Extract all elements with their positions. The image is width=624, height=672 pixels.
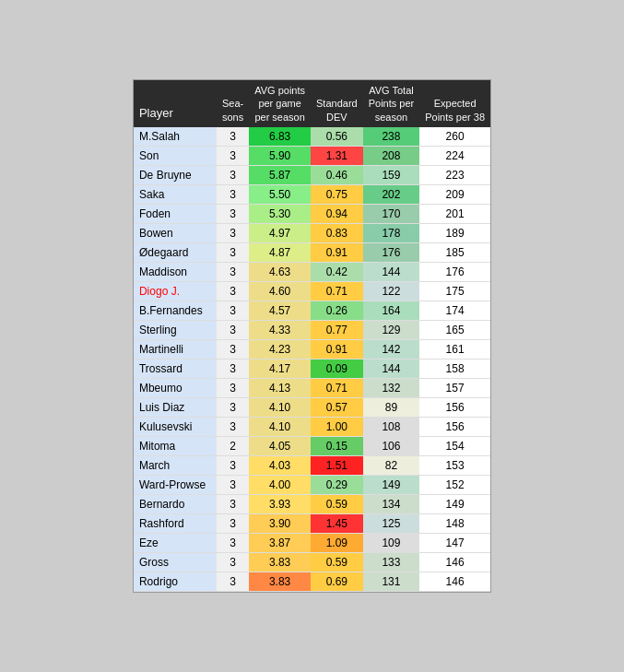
- expected-value: 156: [419, 397, 490, 417]
- player-name: Mitoma: [134, 436, 217, 455]
- table-row: Ward-Prowse 3 4.00 0.29 149 152: [134, 475, 490, 494]
- player-name: Sterling: [134, 320, 217, 339]
- expected-value: 209: [419, 184, 490, 204]
- avg-value: 3.93: [249, 494, 311, 513]
- player-name: Saka: [134, 184, 217, 204]
- stats-table: Player Sea-sons AVG pointsper gameper se…: [134, 80, 490, 592]
- avg-value: 4.10: [249, 397, 311, 417]
- player-name: Ward-Prowse: [134, 475, 217, 494]
- col-player-header: Player: [134, 80, 217, 127]
- table-row: M.Salah 3 6.83 0.56 238 260: [134, 127, 490, 147]
- total-value: 142: [363, 339, 420, 359]
- seasons-value: 3: [217, 242, 249, 262]
- avg-value: 3.90: [249, 513, 311, 533]
- table-row: Ødegaard 3 4.87 0.91 176 185: [134, 242, 490, 262]
- expected-value: 224: [419, 146, 490, 165]
- col-avg-header: AVG pointsper gameper season: [249, 80, 311, 127]
- player-name: Foden: [134, 204, 217, 223]
- expected-value: 201: [419, 204, 490, 223]
- table-row: Bowen 3 4.97 0.83 178 189: [134, 223, 490, 242]
- total-value: 144: [363, 359, 420, 378]
- seasons-value: 3: [217, 223, 249, 242]
- table-row: Luis Diaz 3 4.10 0.57 89 156: [134, 397, 490, 417]
- dev-value: 0.59: [311, 494, 363, 513]
- player-name: Martinelli: [134, 339, 217, 359]
- total-value: 238: [363, 127, 420, 147]
- seasons-value: 3: [217, 146, 249, 165]
- dev-value: 0.29: [311, 475, 363, 494]
- seasons-value: 3: [217, 165, 249, 184]
- seasons-value: 3: [217, 339, 249, 359]
- seasons-value: 2: [217, 436, 249, 455]
- expected-value: 165: [419, 320, 490, 339]
- table-row: Trossard 3 4.17 0.09 144 158: [134, 359, 490, 378]
- player-name: Eze: [134, 533, 217, 552]
- table-row: Mbeumo 3 4.13 0.71 132 157: [134, 378, 490, 397]
- total-value: 178: [363, 223, 420, 242]
- col-seasons-header: Sea-sons: [217, 80, 249, 127]
- avg-value: 4.23: [249, 339, 311, 359]
- table-row: De Bruyne 3 5.87 0.46 159 223: [134, 165, 490, 184]
- table-row: Gross 3 3.83 0.59 133 146: [134, 552, 490, 572]
- seasons-value: 3: [217, 494, 249, 513]
- col-total-header: AVG TotalPoints perseason: [363, 80, 420, 127]
- avg-value: 4.03: [249, 455, 311, 475]
- expected-value: 175: [419, 281, 490, 301]
- dev-value: 0.09: [311, 359, 363, 378]
- expected-value: 185: [419, 242, 490, 262]
- dev-value: 0.91: [311, 339, 363, 359]
- dev-value: 0.71: [311, 378, 363, 397]
- expected-value: 260: [419, 127, 490, 147]
- total-value: 176: [363, 242, 420, 262]
- dev-value: 1.09: [311, 533, 363, 552]
- player-name: Trossard: [134, 359, 217, 378]
- avg-value: 3.87: [249, 533, 311, 552]
- total-value: 144: [363, 262, 420, 281]
- total-value: 133: [363, 552, 420, 572]
- player-name: Kulusevski: [134, 417, 217, 436]
- expected-value: 154: [419, 436, 490, 455]
- total-value: 131: [363, 572, 420, 591]
- seasons-value: 3: [217, 475, 249, 494]
- expected-value: 152: [419, 475, 490, 494]
- avg-value: 4.97: [249, 223, 311, 242]
- player-name: Diogo J.: [134, 281, 217, 301]
- table-row: Kulusevski 3 4.10 1.00 108 156: [134, 417, 490, 436]
- seasons-value: 3: [217, 320, 249, 339]
- player-name: Mbeumo: [134, 378, 217, 397]
- total-value: 134: [363, 494, 420, 513]
- seasons-value: 3: [217, 552, 249, 572]
- avg-value: 4.33: [249, 320, 311, 339]
- seasons-value: 3: [217, 359, 249, 378]
- dev-value: 1.00: [311, 417, 363, 436]
- table-row: Saka 3 5.50 0.75 202 209: [134, 184, 490, 204]
- player-name: M.Salah: [134, 127, 217, 147]
- seasons-value: 3: [217, 204, 249, 223]
- total-value: 125: [363, 513, 420, 533]
- player-name: Ødegaard: [134, 242, 217, 262]
- avg-value: 4.00: [249, 475, 311, 494]
- total-value: 129: [363, 320, 420, 339]
- dev-value: 0.94: [311, 204, 363, 223]
- total-value: 89: [363, 397, 420, 417]
- player-name: Gross: [134, 552, 217, 572]
- table-row: Maddison 3 4.63 0.42 144 176: [134, 262, 490, 281]
- total-value: 149: [363, 475, 420, 494]
- player-name: Bernardo: [134, 494, 217, 513]
- table-row: Rodrigo 3 3.83 0.69 131 146: [134, 572, 490, 591]
- table-row: March 3 4.03 1.51 82 153: [134, 455, 490, 475]
- table-row: Bernardo 3 3.93 0.59 134 149: [134, 494, 490, 513]
- player-name: Bowen: [134, 223, 217, 242]
- dev-value: 0.83: [311, 223, 363, 242]
- avg-value: 4.17: [249, 359, 311, 378]
- avg-value: 3.83: [249, 552, 311, 572]
- expected-value: 156: [419, 417, 490, 436]
- table-row: Son 3 5.90 1.31 208 224: [134, 146, 490, 165]
- total-value: 122: [363, 281, 420, 301]
- total-value: 202: [363, 184, 420, 204]
- player-name: De Bruyne: [134, 165, 217, 184]
- dev-value: 0.77: [311, 320, 363, 339]
- expected-value: 146: [419, 572, 490, 591]
- expected-value: 176: [419, 262, 490, 281]
- total-value: 164: [363, 301, 420, 320]
